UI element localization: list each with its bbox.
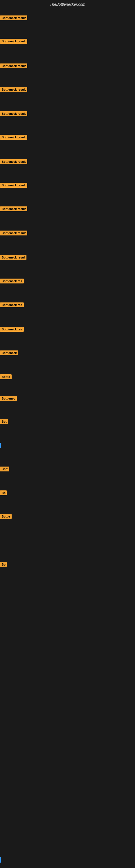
bottleneck-result-badge[interactable]: Bottleneck result xyxy=(0,135,27,140)
badge-row: Bottleneck result xyxy=(0,39,27,45)
badge-row: Bo xyxy=(0,562,7,568)
bottleneck-result-badge[interactable]: Bottleneck resul xyxy=(0,255,27,260)
bottleneck-result-badge[interactable]: Bottleneck result xyxy=(0,207,27,211)
badge-row: Bottleneck result xyxy=(0,207,27,212)
badge-row: Bottle xyxy=(0,374,12,380)
bottleneck-result-badge[interactable]: Bottleneck result xyxy=(0,183,27,188)
badge-row: Bottleneck resul xyxy=(0,255,27,261)
bottleneck-result-badge[interactable]: Bottleneck result xyxy=(0,111,27,116)
badge-row: Bottleneck result xyxy=(0,87,27,93)
bottleneck-result-badge[interactable]: Bottleneck res xyxy=(0,327,24,332)
badge-row: Bottle xyxy=(0,514,12,520)
badge-row: Bottlenec xyxy=(0,396,17,402)
bottleneck-result-badge[interactable]: Bottleneck result xyxy=(0,39,27,44)
bottleneck-result-badge[interactable]: Bottle xyxy=(0,374,12,379)
bottleneck-result-badge[interactable]: Bottleneck result xyxy=(0,87,27,92)
bottleneck-result-badge[interactable]: Bottleneck result xyxy=(0,63,27,68)
badge-row: Bottleneck result xyxy=(0,111,27,117)
bottleneck-result-badge[interactable]: Bottleneck result xyxy=(0,16,27,20)
badge-row: Bottleneck result xyxy=(0,63,27,69)
badge-row: Bottleneck result xyxy=(0,16,27,22)
badge-row: Bottleneck res xyxy=(0,279,24,284)
badge-row: Bot xyxy=(0,419,8,425)
badge-row: Bottleneck result xyxy=(0,183,27,189)
bottleneck-result-badge[interactable]: Bottlenec xyxy=(0,396,17,401)
bottleneck-result-badge[interactable]: Bottleneck xyxy=(0,350,18,355)
bottleneck-result-badge[interactable]: Bo xyxy=(0,562,7,567)
cursor-line xyxy=(0,443,1,448)
badge-row: Bottleneck res xyxy=(0,303,24,308)
badge-row: Bottleneck result xyxy=(0,135,27,141)
bottleneck-result-badge[interactable]: Bottleneck res xyxy=(0,279,24,283)
badge-row: Bottleneck result xyxy=(0,159,27,165)
bottleneck-result-badge[interactable]: Bottle xyxy=(0,514,12,519)
badge-row: Bo xyxy=(0,490,7,496)
badge-row: Bottleneck result xyxy=(0,230,27,237)
badge-row: Bottleneck res xyxy=(0,327,24,333)
badge-row: Bottleneck xyxy=(0,350,18,356)
bottleneck-result-badge[interactable]: Bott xyxy=(0,467,9,471)
bottleneck-result-badge[interactable]: Bottleneck res xyxy=(0,303,24,307)
badge-row: Bott xyxy=(0,467,9,472)
site-title: TheBottlenecker.com xyxy=(0,0,135,9)
cursor-line xyxy=(0,857,1,863)
bottleneck-result-badge[interactable]: Bottleneck result xyxy=(0,230,27,236)
bottleneck-result-badge[interactable]: Bo xyxy=(0,490,7,495)
bottleneck-result-badge[interactable]: Bot xyxy=(0,419,8,424)
bottleneck-result-badge[interactable]: Bottleneck result xyxy=(0,159,27,164)
